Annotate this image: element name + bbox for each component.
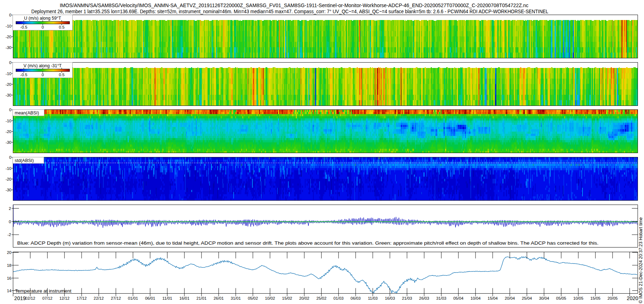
svg-text:-30: -30 [5,140,11,144]
svg-text:31/01: 31/01 [231,296,241,300]
svg-text:Temperature at instrument: Temperature at instrument [15,288,72,294]
svg-text:Deployment 26, member 1 lat=35: Deployment 26, member 1 lat=35.25S lon=1… [31,9,548,14]
svg-text:-20: -20 [5,129,11,134]
svg-text:-30: -30 [5,188,11,192]
svg-text:0.5: 0.5 [59,25,65,29]
svg-text:U (m/s) along 59°T: U (m/s) along 59°T [24,16,61,21]
svg-text:02/12: 02/12 [25,296,35,300]
svg-text:17/12: 17/12 [77,296,87,300]
svg-text:0: 0 [9,60,11,65]
svg-text:22/12: 22/12 [94,296,104,300]
svg-text:11/03: 11/03 [368,296,377,300]
svg-text:16/01: 16/01 [179,296,189,300]
svg-text:2019: 2019 [14,295,26,301]
svg-text:15/02: 15/02 [282,296,292,300]
svg-text:20: 20 [7,250,11,255]
svg-text:-2: -2 [8,232,11,237]
svg-text:-0.5: -0.5 [20,73,28,77]
svg-text:01/01: 01/01 [128,296,138,300]
svg-text:2020: 2020 [627,295,638,301]
svg-text:-30: -30 [5,45,11,50]
svg-text:21/03: 21/03 [402,296,412,300]
svg-text:11/01: 11/01 [162,296,172,300]
svg-text:05/02: 05/02 [248,296,258,300]
svg-text:-20: -20 [5,177,11,181]
svg-text:06/03: 06/03 [351,296,361,300]
svg-text:21/01: 21/01 [196,296,206,300]
svg-text:20/02: 20/02 [299,296,309,300]
svg-text:14: 14 [7,289,11,293]
svg-text:std(ABSI): std(ABSI) [15,158,34,163]
svg-text:0.5: 0.5 [59,73,65,77]
svg-text:12/12: 12/12 [59,296,69,300]
svg-text:10/04: 10/04 [470,296,480,300]
svg-text:-20: -20 [5,35,11,39]
svg-text:0: 0 [9,155,11,160]
svg-text:20/05: 20/05 [608,296,618,300]
svg-text:-10: -10 [5,72,11,76]
svg-text:30/04: 30/04 [539,296,549,300]
svg-text:15/05: 15/05 [590,296,600,300]
svg-text:© IMOS 21-Dec-2024 20:37:23 Ho: © IMOS 21-Dec-2024 20:37:23 Hobart time [638,217,643,303]
svg-text:-10: -10 [5,166,11,171]
svg-text:31/03: 31/03 [436,296,446,300]
svg-text:0: 0 [9,13,11,17]
svg-text:-20: -20 [5,82,11,87]
svg-text:27/12: 27/12 [111,296,121,300]
svg-text:10/02: 10/02 [265,296,275,300]
svg-text:25/02: 25/02 [316,296,326,300]
svg-text:05/04: 05/04 [453,296,463,300]
svg-text:07/12: 07/12 [42,296,52,300]
svg-text:01/03: 01/03 [333,296,343,300]
svg-text:16/03: 16/03 [385,296,395,300]
svg-text:V (m/s) along -31°T: V (m/s) along -31°T [24,63,62,68]
svg-text:10/05: 10/05 [573,296,583,300]
svg-text:26/01: 26/01 [214,296,224,300]
svg-text:IMOS/ANMN/SA/SAM8SG/Velocity/I: IMOS/ANMN/SA/SAM8SG/Velocity/IMOS_ANMN-S… [60,3,528,8]
svg-text:26/03: 26/03 [419,296,429,300]
svg-text:15/04: 15/04 [488,296,498,300]
svg-text:0: 0 [42,73,44,77]
svg-text:0: 0 [9,108,11,112]
svg-text:18: 18 [7,263,11,268]
svg-text:20/04: 20/04 [505,296,515,300]
svg-text:16: 16 [7,276,11,280]
svg-text:-30: -30 [5,93,11,97]
svg-text:25/04: 25/04 [522,296,532,300]
svg-text:mean(ABSI): mean(ABSI) [15,111,39,116]
svg-text:Blue: ADCP Depth (m) variation: Blue: ADCP Depth (m) variation from sens… [17,240,599,246]
svg-text:-0.5: -0.5 [20,25,28,29]
svg-text:06/01: 06/01 [145,296,155,300]
svg-text:-10: -10 [5,119,11,123]
svg-text:05/05: 05/05 [556,296,566,300]
svg-text:2: 2 [9,206,11,211]
svg-text:0: 0 [9,220,11,224]
svg-text:0: 0 [42,25,44,29]
svg-text:-10: -10 [5,24,11,28]
